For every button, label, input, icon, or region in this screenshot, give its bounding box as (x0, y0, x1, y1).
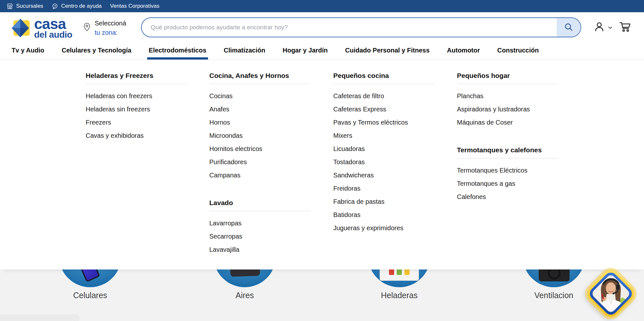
zone-selector[interactable]: Seleccioná tu zona: (83, 19, 126, 37)
menu-item[interactable]: Freezers (86, 119, 187, 126)
menu-item[interactable]: Campanas (209, 172, 310, 178)
menu-section: Termotanques y calefones Termotanques El… (457, 146, 558, 200)
page: Sucursales ? Centro de ayuda Ventas Corp… (0, 0, 644, 321)
menu-item[interactable]: Cafeteras Express (333, 106, 434, 112)
menu-item[interactable]: Planchas (457, 93, 558, 99)
logo-word2: del audio (34, 30, 72, 39)
menu-item[interactable]: Heladeras sin freezers (86, 106, 187, 112)
mega-column: Pequeños hogar PlanchasAspiradoras y lus… (457, 72, 558, 207)
menu-item[interactable]: Freidoras (333, 185, 434, 192)
cart-button[interactable] (619, 21, 632, 34)
cookie-banner-edge (0, 315, 79, 321)
menu-item[interactable]: Lavavajilla (209, 246, 310, 253)
nav-item-hogar-y-jardin[interactable]: Hogar y Jardín (281, 41, 329, 60)
menu-item[interactable]: Tostadoras (333, 159, 434, 165)
search-icon (564, 22, 573, 33)
menu-section-title[interactable]: Termotanques y calefones (457, 146, 558, 158)
menu-item[interactable]: Aspiradoras y lustradoras (457, 106, 558, 112)
search-bar (141, 17, 581, 37)
menu-section-title[interactable]: Pequeños cocina (333, 72, 434, 84)
menu-section: Pequeños cocina Cafeteras de filtroCafet… (333, 72, 434, 231)
menu-section-title[interactable]: Cocina, Anafes y Hornos (209, 72, 310, 84)
nav-item-tv-y-audio[interactable]: Tv y Audio (10, 41, 46, 60)
menu-section-list: Heladeras con freezersHeladeras sin free… (86, 93, 187, 139)
logo[interactable]: casa del audio (11, 16, 72, 39)
menu-item[interactable]: Cavas y exhibidoras (86, 132, 187, 139)
menu-item[interactable]: Termotanques a gas (457, 180, 558, 187)
menu-section: Heladeras y Freezers Heladeras con freez… (86, 72, 187, 139)
topbar-item-label: Ventas Corporativas (110, 3, 159, 9)
svg-text:?: ? (54, 4, 56, 7)
nav-item-celulares-y-tecnologia[interactable]: Celulares y Tecnología (60, 41, 133, 60)
cart-icon (619, 28, 632, 33)
menu-item[interactable]: Heladeras con freezers (86, 93, 187, 99)
menu-item[interactable]: Cafeteras de filtro (333, 93, 434, 99)
menu-item[interactable]: Cocinas (209, 93, 310, 99)
menu-section: Pequeños hogar PlanchasAspiradoras y lus… (457, 72, 558, 126)
logo-text: casa del audio (34, 16, 72, 39)
mega-column: Pequeños cocina Cafeteras de filtroCafet… (333, 72, 434, 238)
menu-item[interactable]: Fabrica de pastas (333, 198, 434, 205)
menu-item[interactable]: Secarropas (209, 233, 310, 240)
menu-item[interactable]: Máquinas de Coser (457, 119, 558, 126)
menu-item[interactable]: Licuadoras (333, 146, 434, 152)
category-label-celulares[interactable]: Celulares (59, 291, 121, 300)
location-pin-icon (83, 23, 91, 33)
nav-item-automotor[interactable]: Automotor (445, 41, 481, 60)
menu-section-title[interactable]: Pequeños hogar (457, 72, 558, 84)
nav-item-construccion[interactable]: Construcción (496, 41, 540, 60)
nav-item-electrodomesticos[interactable]: Electrodomésticos (147, 41, 208, 60)
menu-item[interactable]: Batidoras (333, 212, 434, 218)
topbar-item-centro-de-ayuda[interactable]: ? Centro de ayuda (52, 3, 102, 10)
menu-section-title[interactable]: Lavado (209, 199, 310, 211)
search-input[interactable] (142, 18, 557, 37)
category-label-ventilacion[interactable]: Ventilacion (523, 291, 585, 300)
menu-item[interactable]: Hornitos electricos (209, 146, 310, 152)
nav-item-climatizacion[interactable]: Climatización (222, 41, 267, 60)
menu-item[interactable]: Mixers (333, 132, 434, 139)
menu-section-list: Cafeteras de filtroCafeteras ExpressPava… (333, 93, 434, 231)
menu-item[interactable]: Hornos (209, 119, 310, 126)
menu-item[interactable]: Pavas y Termos eléctricos (333, 119, 434, 126)
help-chat-icon: ? (52, 3, 58, 10)
nav-item-cuidado-personal-y-fitness[interactable]: Cuidado Personal y Fitness (344, 41, 431, 60)
menu-item[interactable]: Sandwicheras (333, 172, 434, 178)
menu-section-list: LavarropasSecarropasLavavajilla (209, 220, 310, 253)
menu-section-title[interactable]: Heladeras y Freezers (86, 72, 187, 84)
zone-text: Seleccioná tu zona: (95, 19, 126, 37)
menu-item[interactable]: Anafes (209, 106, 310, 112)
topbar-item-label: Centro de ayuda (61, 3, 102, 9)
menu-section-list: CocinasAnafesHornosMicroondasHornitos el… (209, 93, 310, 178)
topbar-item-sucursales[interactable]: Sucursales (6, 3, 43, 10)
logo-word1: casa (34, 16, 72, 31)
storefront-icon (6, 3, 13, 10)
mega-menu: Heladeras y Freezers Heladeras con freez… (0, 60, 644, 269)
menu-section-list: Termotanques EléctricosTermotanques a ga… (457, 167, 558, 200)
category-label-heladeras[interactable]: Heladeras (368, 291, 431, 300)
menu-item[interactable]: Calefones (457, 194, 558, 200)
menu-item[interactable]: Lavarropas (209, 220, 310, 226)
chevron-down-icon (608, 24, 612, 30)
logo-diamond-icon (11, 18, 30, 38)
zone-line1: Seleccioná (95, 19, 126, 28)
logo-mark (11, 18, 32, 38)
menu-section-list: PlanchasAspiradoras y lustradorasMáquina… (457, 93, 558, 126)
mega-column: Heladeras y Freezers Heladeras con freez… (86, 72, 187, 146)
mega-column: Cocina, Anafes y Hornos CocinasAnafesHor… (209, 72, 310, 260)
topbar-item-ventas-corporativas[interactable]: Ventas Corporativas (110, 3, 159, 9)
user-icon (593, 21, 605, 34)
menu-item[interactable]: Purificadores (209, 159, 310, 165)
topbar: Sucursales ? Centro de ayuda Ventas Corp… (0, 0, 644, 12)
menu-item[interactable]: Termotanques Eléctricos (457, 167, 558, 174)
topbar-item-label: Sucursales (16, 3, 43, 9)
account-menu[interactable] (593, 21, 612, 34)
menu-section: Cocina, Anafes y Hornos CocinasAnafesHor… (209, 72, 310, 178)
menu-item[interactable]: Jugueras y exprimidores (333, 225, 434, 231)
search-button[interactable] (557, 18, 581, 37)
menu-section: Lavado LavarropasSecarropasLavavajilla (209, 199, 310, 253)
category-label-aires[interactable]: Aires (213, 291, 276, 300)
menu-item[interactable]: Microondas (209, 132, 310, 139)
category-nav: Tv y Audio Celulares y Tecnología Electr… (0, 41, 644, 60)
header: casa del audio Seleccioná tu zona: (0, 12, 644, 41)
zone-line2: tu zona: (95, 28, 126, 37)
